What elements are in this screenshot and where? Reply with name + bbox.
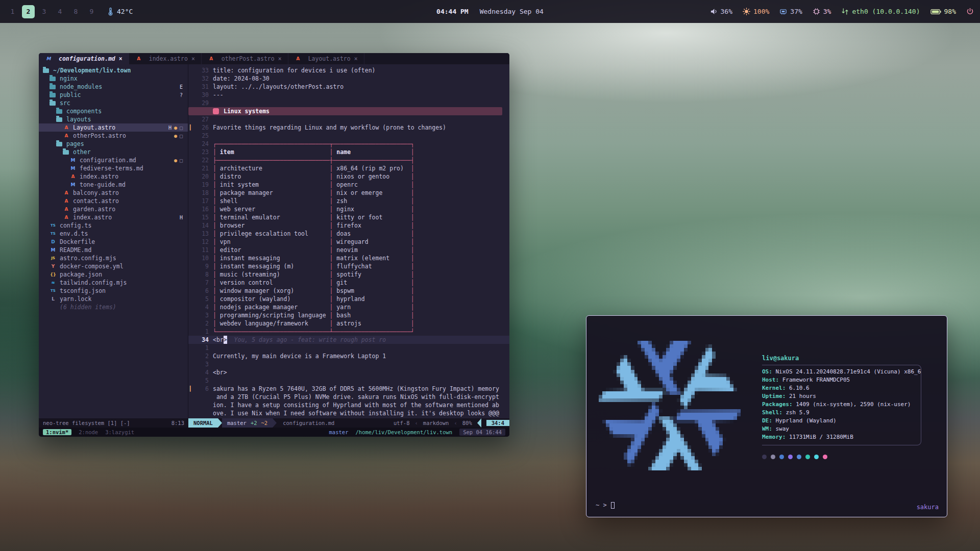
file-tree[interactable]: ~/Development/liv.townnginxnode_modulesE… [39,64,188,418]
buffer-line: 20│ distro │ nixos or gentoo │ [188,172,509,181]
terminal-palette [762,455,827,459]
none-icon [50,304,57,310]
neotree-statusline: neo-tree filesystem [1] [-] 8:13 [39,418,188,428]
tree-item-yarn-lock[interactable]: yarn.lock [39,295,188,303]
volume-module[interactable]: 36% [710,8,732,15]
speaker-icon [710,8,718,15]
tab-index-astro[interactable]: index.astro [129,53,202,64]
tree-item-otherpost-astro[interactable]: otherPost.astro●□ [39,132,188,140]
fetch-label: Kernel [762,385,789,393]
tree-item--development-liv-town[interactable]: ~/Development/liv.town [39,66,188,74]
tree-item-pages[interactable]: pages [39,140,188,148]
tree-item-index-astro[interactable]: index.astroH [39,213,188,221]
workspace-button[interactable]: 9 [85,5,98,18]
js-icon [50,255,57,261]
tree-item-nginx[interactable]: nginx [39,74,188,83]
tmux-window[interactable]: 3:lazygit [105,429,134,435]
cpu-value: 3% [823,8,831,15]
md-icon [69,165,77,171]
tree-item-layout-astro[interactable]: Layout.astroH●□ [39,123,188,132]
tree-item-tailwind-config-mjs[interactable]: tailwind.config.mjs [39,279,188,287]
tree-item-layouts[interactable]: layouts [39,115,188,123]
buffer-line: 6│ window manager (xorg) │ bspwm │ [188,287,509,295]
buffer-line: 30--- [188,91,509,99]
buffer-line: 4│ nodejs package manager │ yarn │ [188,303,509,311]
memory-icon [779,8,787,15]
palette-dot [779,455,784,459]
cpu-module[interactable]: 3% [813,8,831,15]
battery-value: 98% [944,8,956,15]
palette-dot [805,455,810,459]
tab-otherpost-astro[interactable]: otherPost.astro [202,53,288,64]
cpu-icon [813,8,820,15]
tree-item-node-modules[interactable]: node_modulesE [39,83,188,91]
git-segment: master +2 ~2 [222,418,273,428]
tree-item-configuration-md[interactable]: configuration.md●□ [39,156,188,164]
workspace-button[interactable]: 8 [69,5,82,18]
workspace-button[interactable]: 3 [38,5,51,18]
tree-item-src[interactable]: src [39,99,188,107]
thermometer-icon [107,8,114,16]
tree-item-tsconfig-json[interactable]: tsconfig.json [39,287,188,295]
tab-label: index.astro [149,55,188,62]
tree-item-readme-md[interactable]: README.md [39,246,188,254]
tree-item--6-hidden-items-[interactable]: (6 hidden items) [39,303,188,311]
tab-layout-astro[interactable]: Layout.astro [288,53,364,64]
shell-prompt[interactable]: ~ > [596,502,615,509]
battery-icon [930,9,941,15]
fetch-user-host: liv@sakura [762,355,799,362]
tree-item-other[interactable]: other [39,148,188,156]
fetch-value: 1409 (nix-system), 2590 (nix-user) [796,401,911,409]
tab-configuration-md[interactable]: configuration.md [39,53,129,64]
buffer-line: 9│ instant messaging (m) │ fluffychat │ [188,262,509,270]
separator: ‹ [454,420,457,426]
workspace-button[interactable]: 1 [6,5,19,18]
fetch-label: Memory [762,434,789,442]
close-icon[interactable] [278,55,282,62]
ts-icon [50,222,57,229]
network-module[interactable]: eth0 (10.0.0.140) [841,8,920,15]
workspace-button[interactable]: 4 [54,5,66,18]
tree-item-package-json[interactable]: package.json [39,270,188,279]
battery-module[interactable]: 98% [930,8,956,15]
buffer-line: 3 [188,360,509,368]
tree-item-env-d-ts[interactable]: env.d.ts [39,230,188,238]
temperature-module: 42°C [107,8,133,16]
memory-module[interactable]: 37% [779,8,802,15]
tree-item-docker-compose-yml[interactable]: docker-compose.yml [39,262,188,270]
tree-item-index-astro[interactable]: index.astro [39,172,188,181]
buffer-line: 7│ version control │ git │ [188,279,509,287]
close-icon[interactable] [119,55,122,62]
prompt-text: ~ > [596,502,607,509]
close-icon[interactable] [354,55,358,62]
tree-item-config-ts[interactable]: config.ts [39,221,188,230]
fetch-value: 11731MiB / 31280MiB [789,434,853,442]
tree-item-garden-astro[interactable]: garden.astro [39,205,188,213]
close-icon[interactable] [191,55,195,62]
fetch-info-row: Memory11731MiB / 31280MiB [762,434,921,442]
tree-item-dockerfile[interactable]: Dockerfile [39,238,188,246]
tree-item-public[interactable]: public? [39,91,188,99]
terminal-cursor [611,502,615,509]
tmux-window[interactable]: 2:node [79,429,98,435]
tree-item-tone-guide-md[interactable]: tone-guide.md [39,181,188,189]
buffer-line: 5│ compositor (wayland) │ hyprland │ [188,295,509,303]
tree-item-astro-config-mjs[interactable]: astro.config.mjs [39,254,188,262]
buffer-line: 21│ architecture │ x86_64 (rip m2 pro) │ [188,164,509,172]
workspace-button[interactable]: 2 [22,5,35,18]
folder-icon [50,77,56,81]
buffer-line: 23│ item │ name │ [188,148,509,156]
tree-item-contact-astro[interactable]: contact.astro [39,197,188,205]
astro-icon [63,214,70,220]
fetch-label: WM [762,425,776,434]
tmux-window[interactable]: 1:nvim* [43,429,71,435]
tree-item-balcony-astro[interactable]: balcony.astro [39,189,188,197]
brightness-module[interactable]: 100% [743,8,769,15]
tree-item-components[interactable]: components [39,107,188,115]
tree-item-fediverse-terms-md[interactable]: fediverse-terms.md [39,164,188,172]
bufferline: configuration.md index.astro otherPost.a… [39,53,509,64]
folder-icon [50,93,56,97]
palette-dot [788,455,793,459]
power-button[interactable] [966,8,974,15]
buffer[interactable]: 33title: configuration for devices i use… [188,64,509,418]
